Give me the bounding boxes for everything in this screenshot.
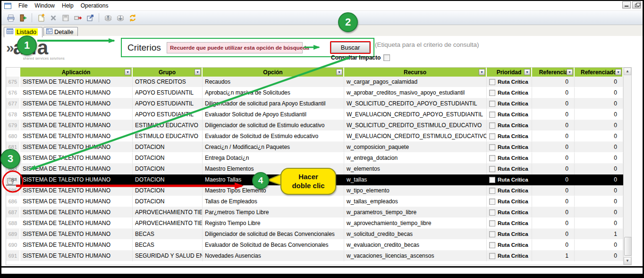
export-icon[interactable] <box>85 13 95 23</box>
row-number: 686 <box>6 196 20 207</box>
table-row[interactable]: 680SISTEMA DE TALENTO HUMANOESTIMULO EDU… <box>6 131 623 142</box>
table-row-selected[interactable]: 684SISTEMA DE TALENTO HUMANODOTACIONMaes… <box>6 174 623 185</box>
exit-icon[interactable] <box>17 13 28 23</box>
minimize-button[interactable] <box>622 1 631 9</box>
ruta-critica-checkbox[interactable] <box>489 188 495 194</box>
cell-recurso: w_elementos <box>344 164 487 174</box>
ruta-critica-checkbox[interactable] <box>489 155 495 161</box>
filter-dropdown-icon[interactable]: ▼ <box>567 69 573 75</box>
cell-grupo: DOTACION <box>133 142 203 153</box>
table-row[interactable]: 686SISTEMA DE TALENTO HUMANODOTACIONTall… <box>6 196 623 207</box>
table-row[interactable]: 691SISTEMA DE TALENTO HUMANOSEGURIDAD Y … <box>6 251 623 261</box>
cell-aplicacion: SISTEMA DE TALENTO HUMANO <box>20 87 133 98</box>
ruta-critica-checkbox[interactable] <box>489 90 495 96</box>
scroll-down-arrow-icon[interactable]: ▼ <box>624 257 631 265</box>
buscar-button[interactable]: Buscar <box>330 41 371 54</box>
ruta-critica-checkbox[interactable] <box>489 209 495 216</box>
update-icon[interactable] <box>72 13 83 23</box>
ruta-critica-checkbox[interactable] <box>489 231 495 237</box>
ruta-critica-checkbox[interactable] <box>489 199 495 205</box>
column-header-rfd: Referenciado▼ <box>575 68 623 77</box>
tab-listado-label: Listado <box>15 28 38 35</box>
row-number: 682 <box>6 153 20 164</box>
table-row[interactable]: 679SISTEMA DE TALENTO HUMANOESTIMULO EDU… <box>6 120 623 131</box>
column-label: Grupo <box>159 69 176 76</box>
table-row[interactable]: 687SISTEMA DE TALENTO HUMANOAPROVECHAMIE… <box>6 207 623 218</box>
table-row[interactable]: 681SISTEMA DE TALENTO HUMANODOTACIONCrea… <box>6 142 623 153</box>
table-row[interactable]: 690SISTEMA DE TALENTO HUMANOBECASEvaluad… <box>6 240 623 251</box>
ruta-critica-checkbox[interactable] <box>489 253 495 259</box>
cell-referencia: 0 <box>532 185 575 196</box>
retrieve-up-icon[interactable] <box>102 13 113 23</box>
cell-referencia: 0 <box>532 153 575 164</box>
ruta-critica-checkbox[interactable] <box>489 166 495 172</box>
ruta-critica-label: Ruta Crítica <box>498 242 528 248</box>
consultar-impacto-checkbox[interactable] <box>383 54 390 61</box>
row-number: 679 <box>6 120 20 131</box>
filter-dropdown-icon[interactable]: ▼ <box>615 69 621 75</box>
cell-recurso: W_EVALUACION_CREDITO_ESTIMULO_EDUCATIVO <box>344 131 487 142</box>
scroll-up-arrow-icon[interactable]: ▲ <box>624 68 631 75</box>
filter-dropdown-icon[interactable]: ▼ <box>524 69 530 75</box>
cell-grupo: APOYO ESTUDIANTIL <box>133 98 203 109</box>
column-label: Prioridad <box>497 69 522 76</box>
menu-item-help[interactable]: Help <box>62 2 74 9</box>
column-label: Aplicación <box>62 69 91 76</box>
ruta-critica-checkbox[interactable] <box>489 177 495 183</box>
filter-dropdown-icon[interactable]: ▼ <box>195 69 201 75</box>
new-icon[interactable] <box>35 13 46 23</box>
save-icon[interactable] <box>60 13 71 23</box>
ruta-critica-checkbox[interactable] <box>489 144 495 150</box>
cell-prioridad: Ruta Crítica <box>487 207 532 218</box>
ruta-critica-checkbox[interactable] <box>489 101 495 107</box>
tab-detalle[interactable]: Detalle <box>43 27 78 37</box>
menu-item-file[interactable]: File <box>18 2 27 9</box>
filter-dropdown-icon[interactable]: ▼ <box>479 69 485 75</box>
cell-recurso: W_SOLICITUD_CREDITO_ESTIMULO_EDUCATIVO <box>344 120 487 131</box>
cell-opcion: Evaluador de Solicitud de Estimulo educa… <box>203 131 344 142</box>
restore-button[interactable] <box>632 1 641 9</box>
cell-grupo: APROVECHAMIENTO TIEMP <box>133 207 203 218</box>
filter-dropdown-icon[interactable]: ▼ <box>336 69 342 75</box>
cell-recurso: W_EVALUACION_CREDITO_APOYO_ESTUDIANTIL <box>344 109 487 120</box>
delete-icon[interactable] <box>48 13 59 23</box>
menu-item-window[interactable]: Window <box>34 2 55 9</box>
ruta-critica-checkbox[interactable] <box>489 79 495 85</box>
ruta-critica-checkbox[interactable] <box>489 242 495 248</box>
row-number: 684 <box>6 174 20 185</box>
ruta-critica-label: Ruta Crítica <box>498 166 528 172</box>
vertical-scrollbar[interactable]: ▲ ▼ <box>623 68 631 265</box>
table-row[interactable]: 677SISTEMA DE TALENTO HUMANOAPOYO ESTUDI… <box>6 98 623 109</box>
table-row[interactable]: 689SISTEMA DE TALENTO HUMANOBECASDiligen… <box>6 229 623 240</box>
refresh-icon[interactable] <box>127 13 138 23</box>
mdi-window-icon[interactable] <box>4 3 11 9</box>
column-label: Referenciado <box>581 69 617 76</box>
cell-opcion: Evaluador de Solicitud de Becas Convenci… <box>203 240 344 251</box>
search-input[interactable]: Recuerde que puede utilizar esta opción … <box>167 42 303 53</box>
filter-dropdown-icon[interactable]: ▼ <box>125 69 131 75</box>
table-row[interactable]: 675SISTEMA DE TALENTO HUMANOOTROS CREDIT… <box>6 77 623 87</box>
cell-opcion: Diligenciador de solicitud de Estimulo e… <box>203 120 344 131</box>
tab-listado[interactable]: Listado <box>4 27 42 37</box>
scrollbar-thumb[interactable] <box>624 237 632 256</box>
table-row[interactable]: 678SISTEMA DE TALENTO HUMANOAPOYO ESTUDI… <box>6 109 623 120</box>
ruta-critica-checkbox[interactable] <box>489 133 495 139</box>
cell-recurso: w_cargar_pagos_calamidad <box>344 77 487 87</box>
row-number: 690 <box>6 240 20 251</box>
cell-recurso: w_vacaciones_licencias_ascensos <box>344 251 487 261</box>
table-row[interactable]: 688SISTEMA DE TALENTO HUMANOAPROVECHAMIE… <box>6 218 623 229</box>
ruta-critica-checkbox[interactable] <box>489 112 495 118</box>
retrieve-down-icon[interactable] <box>115 13 126 23</box>
table-row[interactable]: 682SISTEMA DE TALENTO HUMANODOTACIONEntr… <box>6 153 623 164</box>
table-row[interactable]: 685SISTEMA DE TALENTO HUMANODOTACIONMaes… <box>6 185 623 196</box>
consultar-impacto-row: Consultar Impacto <box>331 54 390 61</box>
ruta-critica-checkbox[interactable] <box>489 122 495 129</box>
table-row[interactable]: 683SISTEMA DE TALENTO HUMANODOTACIONMaes… <box>6 164 623 174</box>
print-icon[interactable] <box>5 13 16 23</box>
tab-detalle-label: Detalle <box>54 28 73 35</box>
ruta-critica-checkbox[interactable] <box>489 220 495 226</box>
table-row[interactable]: 676SISTEMA DE TALENTO HUMANOAPOYO ESTUDI… <box>6 87 623 98</box>
menu-item-operations[interactable]: Operations <box>81 2 109 9</box>
cell-grupo: DOTACION <box>133 174 203 185</box>
cell-referenciado: 0 <box>575 142 623 153</box>
